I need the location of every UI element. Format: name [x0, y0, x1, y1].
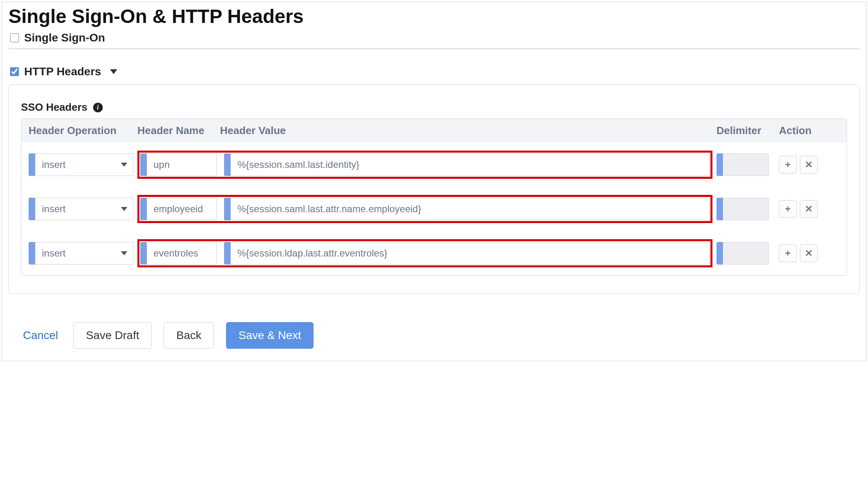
chevron-down-icon: [121, 163, 127, 167]
header-name-value: employeeid: [154, 203, 203, 215]
header-value-input[interactable]: %{session.saml.last.identity}: [224, 153, 710, 176]
delimiter-value: [723, 153, 769, 176]
add-row-button[interactable]: +: [779, 156, 797, 174]
field-accent: [224, 242, 230, 265]
field-accent: [716, 153, 723, 176]
plus-icon: +: [785, 159, 791, 170]
table-header: Header Operation Header Name Header Valu…: [21, 119, 847, 143]
footer-actions: Cancel Save Draft Back Save & Next: [8, 322, 860, 349]
cancel-button[interactable]: Cancel: [20, 325, 61, 346]
close-icon: ✕: [805, 203, 813, 215]
chevron-down-icon: [121, 207, 127, 211]
chevron-down-icon: [121, 251, 127, 255]
operation-select[interactable]: insert: [29, 242, 133, 265]
header-value-value: %{session.ldap.last.attr.eventroles}: [237, 248, 387, 259]
page-container: Single Sign-On & HTTP Headers Single Sig…: [2, 2, 866, 361]
collapse-caret-icon[interactable]: [110, 69, 117, 74]
add-row-button[interactable]: +: [779, 244, 797, 262]
highlight-frame: eventroles %{session.ldap.last.attr.even…: [137, 239, 712, 267]
operation-select[interactable]: insert: [29, 153, 133, 176]
http-headers-label: HTTP Headers: [24, 65, 101, 78]
remove-row-button[interactable]: ✕: [800, 244, 818, 262]
field-accent: [224, 153, 230, 176]
col-header-action: Action: [779, 124, 839, 137]
field-accent: [716, 242, 723, 265]
header-value-value: %{session.saml.last.attr.name.employeeid…: [237, 203, 421, 215]
sso-toggle-row: Single Sign-On: [8, 31, 860, 44]
sso-headers-heading: SSO Headers i: [21, 101, 847, 114]
table-row: insert upn %{session.saml.last.iden: [21, 143, 847, 187]
table-row: insert eventroles %{session.ldap.la: [21, 231, 847, 275]
operation-value: insert: [42, 159, 66, 170]
http-headers-panel: SSO Headers i Header Operation Header Na…: [8, 85, 860, 294]
operation-value: insert: [42, 248, 66, 259]
info-icon[interactable]: i: [93, 103, 103, 112]
add-row-button[interactable]: +: [779, 200, 797, 218]
field-accent: [224, 198, 230, 220]
sso-headers-label: SSO Headers: [21, 101, 87, 114]
header-value-input[interactable]: %{session.ldap.last.attr.eventroles}: [224, 242, 710, 265]
header-name-input[interactable]: eventroles: [140, 242, 217, 265]
remove-row-button[interactable]: ✕: [800, 156, 818, 174]
col-header-value: Header Value: [220, 124, 716, 137]
header-value-input[interactable]: %{session.saml.last.attr.name.employeeid…: [224, 198, 710, 220]
header-name-value: eventroles: [154, 248, 198, 259]
plus-icon: +: [785, 203, 791, 215]
sso-checkbox[interactable]: [10, 33, 19, 42]
delimiter-input[interactable]: [716, 198, 769, 220]
field-accent: [140, 153, 147, 176]
field-accent: [29, 242, 35, 265]
remove-row-button[interactable]: ✕: [800, 200, 818, 218]
field-accent: [29, 153, 35, 176]
divider: [8, 48, 860, 49]
delimiter-value: [723, 198, 769, 220]
operation-value: insert: [42, 203, 66, 215]
sso-checkbox-label: Single Sign-On: [24, 31, 105, 44]
field-accent: [140, 198, 147, 220]
http-headers-toggle-row: HTTP Headers: [8, 65, 860, 78]
close-icon: ✕: [805, 159, 813, 170]
page-title: Single Sign-On & HTTP Headers: [8, 5, 860, 27]
delimiter-input[interactable]: [716, 153, 769, 176]
col-header-name: Header Name: [137, 124, 220, 137]
highlight-frame: employeeid %{session.saml.last.attr.name…: [137, 195, 712, 223]
delimiter-value: [723, 242, 769, 265]
field-accent: [29, 198, 35, 220]
header-name-input[interactable]: employeeid: [140, 198, 217, 220]
col-header-operation: Header Operation: [29, 124, 137, 137]
field-accent: [716, 198, 723, 220]
close-icon: ✕: [805, 248, 813, 259]
http-headers-checkbox[interactable]: [10, 67, 19, 76]
back-button[interactable]: Back: [164, 322, 214, 349]
plus-icon: +: [785, 248, 791, 259]
field-accent: [140, 242, 147, 265]
save-next-button[interactable]: Save & Next: [226, 322, 314, 349]
header-name-value: upn: [154, 159, 170, 170]
table-row: insert employeeid %{session.saml.la: [21, 187, 847, 231]
col-header-delimiter: Delimiter: [716, 124, 779, 137]
header-value-value: %{session.saml.last.identity}: [237, 159, 359, 170]
header-name-input[interactable]: upn: [140, 153, 217, 176]
highlight-frame: upn %{session.saml.last.identity}: [137, 151, 712, 179]
operation-select[interactable]: insert: [29, 198, 133, 220]
delimiter-input[interactable]: [716, 242, 769, 265]
headers-table: Header Operation Header Name Header Valu…: [21, 118, 847, 276]
save-draft-button[interactable]: Save Draft: [73, 322, 152, 349]
